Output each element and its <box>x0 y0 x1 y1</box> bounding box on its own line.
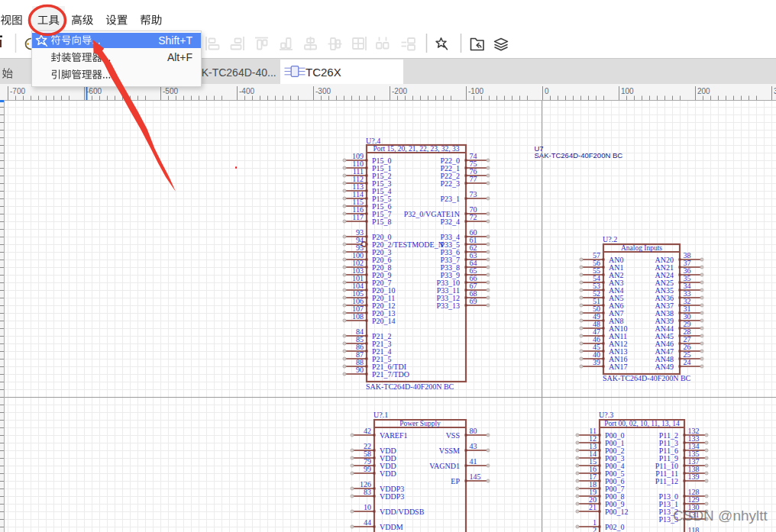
svg-text:44: 44 <box>364 518 371 527</box>
svg-text:2: 2 <box>593 526 597 532</box>
svg-text:P32_4: P32_4 <box>440 218 460 226</box>
svg-text:P20_14: P20_14 <box>372 317 396 325</box>
svg-text:Analog Inputs: Analog Inputs <box>621 244 662 252</box>
svg-text:VDDM: VDDM <box>380 523 403 531</box>
svg-text:VSSM: VSSM <box>439 447 460 455</box>
svg-text:VSS: VSS <box>446 431 460 440</box>
svg-text:69: 69 <box>470 297 477 305</box>
svg-text:80: 80 <box>470 427 477 435</box>
svg-text:118: 118 <box>688 526 700 532</box>
svg-text:P23_1: P23_1 <box>440 195 460 203</box>
svg-text:72: 72 <box>470 213 477 221</box>
svg-text:145: 145 <box>470 472 481 481</box>
svg-text:AN49: AN49 <box>655 363 674 371</box>
svg-text:39: 39 <box>593 358 600 366</box>
svg-text:SAK-TC264D-40F200N BC: SAK-TC264D-40F200N BC <box>603 374 691 382</box>
svg-text:73: 73 <box>470 190 477 198</box>
svg-text:108: 108 <box>352 312 364 321</box>
svg-text:10: 10 <box>364 503 371 511</box>
svg-text:99: 99 <box>364 465 371 473</box>
svg-text:24: 24 <box>684 358 691 366</box>
svg-text:U?.3: U?.3 <box>599 411 613 419</box>
svg-text:SAK-TC264D-40F200N BC: SAK-TC264D-40F200N BC <box>366 382 454 391</box>
svg-text:83: 83 <box>364 488 371 496</box>
svg-text:VAREF1: VAREF1 <box>380 431 408 440</box>
svg-text:P33_13: P33_13 <box>436 301 460 310</box>
svg-text:VDD: VDD <box>380 469 396 478</box>
svg-text:U?.4: U?.4 <box>366 137 380 145</box>
svg-text:Port 15, 20, 21, 22, 23, 32, 3: Port 15, 20, 21, 22, 23, 32, 33 <box>373 145 459 153</box>
svg-text:U?.1: U?.1 <box>373 411 388 419</box>
svg-text:P21_7/TDO: P21_7/TDO <box>372 370 409 379</box>
svg-text:42: 42 <box>364 427 371 435</box>
svg-text:Port 00, 02, 10, 11, 13, 14: Port 00, 02, 10, 11, 13, 14 <box>604 420 680 427</box>
svg-text:VAGND1: VAGND1 <box>429 462 460 470</box>
svg-text:U?.2: U?.2 <box>603 235 617 243</box>
svg-text:P22_3: P22_3 <box>440 179 460 188</box>
svg-text:Power Supply: Power Supply <box>399 420 441 427</box>
svg-text:VDDP3: VDDP3 <box>380 492 404 501</box>
svg-text:P02_0: P02_0 <box>605 523 625 531</box>
svg-text:21: 21 <box>589 503 597 511</box>
svg-text:P11_12: P11_12 <box>655 477 678 485</box>
svg-text:117: 117 <box>352 213 364 221</box>
svg-text:P15_8: P15_8 <box>372 218 392 226</box>
svg-text:AN17: AN17 <box>609 363 627 371</box>
svg-text:139: 139 <box>688 472 700 481</box>
svg-text:41: 41 <box>470 457 477 466</box>
svg-text:EP: EP <box>451 477 460 485</box>
svg-text:VDD/VDDSB: VDD/VDDSB <box>380 508 425 516</box>
svg-text:P00_12: P00_12 <box>605 508 629 516</box>
svg-text:43: 43 <box>470 442 477 450</box>
svg-text:SAK-TC264D-40F200N BC: SAK-TC264D-40F200N BC <box>535 151 623 160</box>
svg-text:77: 77 <box>470 175 477 183</box>
svg-text:90: 90 <box>356 366 364 374</box>
